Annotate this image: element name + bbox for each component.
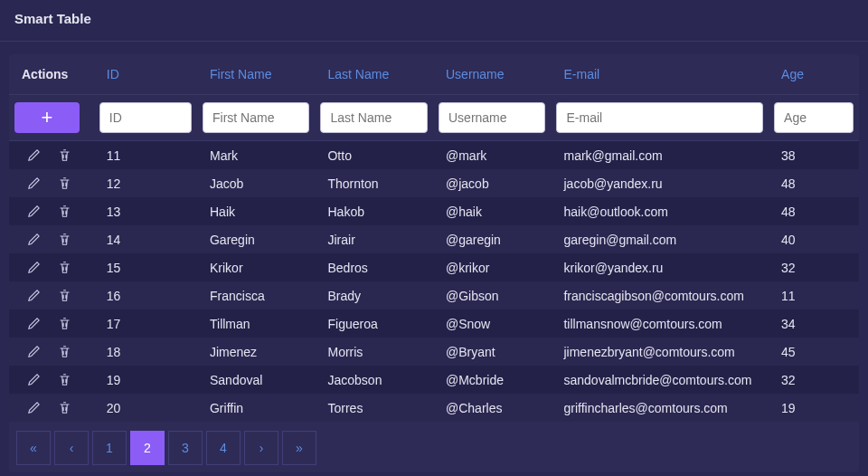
cell-id: 16 — [94, 281, 197, 309]
cell-last-name: Morris — [315, 338, 433, 366]
edit-icon[interactable] — [25, 204, 42, 220]
filter-age[interactable] — [774, 102, 854, 133]
cell-username: @Bryant — [433, 338, 552, 366]
cell-id: 20 — [94, 394, 197, 422]
edit-icon[interactable] — [25, 148, 42, 164]
cell-age: 32 — [769, 253, 859, 281]
table-row: 14GareginJirair@garegingaregin@gmail.com… — [9, 225, 859, 253]
cell-username: @garegin — [433, 225, 552, 253]
col-first-name[interactable]: First Name — [197, 54, 316, 95]
edit-icon[interactable] — [25, 288, 42, 304]
plus-icon: + — [42, 108, 53, 128]
cell-last-name: Jacobson — [315, 366, 433, 394]
col-last-name[interactable]: Last Name — [315, 54, 433, 95]
cell-last-name: Jirair — [315, 225, 433, 253]
cell-age: 45 — [769, 338, 859, 366]
cell-id: 18 — [94, 338, 197, 366]
table-row: 20GriffinTorres@Charlesgriffincharles@co… — [9, 394, 859, 422]
trash-icon[interactable] — [56, 148, 72, 164]
filter-first-name[interactable] — [203, 102, 310, 133]
cell-email: jacob@yandex.ru — [551, 169, 769, 197]
cell-age: 11 — [769, 281, 859, 309]
smart-table: Actions ID First Name Last Name Username… — [9, 54, 859, 422]
page-1[interactable]: 1 — [92, 431, 127, 465]
cell-email: sandovalmcbride@comtours.com — [551, 366, 769, 394]
cell-email: garegin@gmail.com — [551, 225, 769, 253]
cell-username: @jacob — [433, 169, 552, 197]
cell-email: krikor@yandex.ru — [551, 253, 769, 281]
edit-icon[interactable] — [25, 260, 42, 276]
page-2[interactable]: 2 — [130, 431, 165, 465]
edit-icon[interactable] — [25, 176, 42, 192]
trash-icon[interactable] — [56, 344, 72, 360]
pagination: « ‹ 1234 › » — [9, 422, 859, 472]
trash-icon[interactable] — [56, 204, 72, 220]
cell-id: 11 — [94, 141, 197, 169]
table-row: 18JimenezMorris@Bryantjimenezbryant@comt… — [9, 338, 859, 366]
cell-id: 13 — [94, 197, 197, 225]
cell-id: 14 — [94, 225, 197, 253]
edit-icon[interactable] — [25, 316, 42, 332]
col-age[interactable]: Age — [769, 54, 859, 95]
trash-icon[interactable] — [56, 232, 72, 248]
cell-id: 19 — [94, 366, 197, 394]
page-last[interactable]: » — [282, 431, 316, 465]
filter-id[interactable] — [99, 102, 192, 133]
cell-last-name: Figueroa — [315, 309, 433, 338]
trash-icon[interactable] — [56, 316, 72, 332]
cell-username: @Gibson — [433, 281, 552, 309]
cell-first-name: Mark — [197, 141, 316, 169]
page-4[interactable]: 4 — [206, 431, 241, 465]
trash-icon[interactable] — [56, 372, 72, 388]
cell-first-name: Jacob — [197, 169, 316, 197]
table-row: 17TillmanFigueroa@Snowtillmansnow@comtou… — [9, 309, 859, 338]
cell-last-name: Otto — [315, 141, 433, 169]
cell-email: haik@outlook.com — [551, 197, 769, 225]
trash-icon[interactable] — [56, 176, 72, 192]
cell-username: @krikor — [433, 253, 552, 281]
cell-id: 12 — [94, 169, 197, 197]
cell-first-name: Jimenez — [197, 338, 316, 366]
trash-icon[interactable] — [56, 400, 72, 416]
cell-username: @mark — [433, 141, 552, 169]
add-button[interactable]: + — [14, 102, 80, 133]
edit-icon[interactable] — [25, 400, 42, 416]
cell-age: 34 — [769, 309, 859, 338]
col-username[interactable]: Username — [433, 54, 552, 95]
trash-icon[interactable] — [56, 260, 72, 276]
cell-age: 19 — [769, 394, 859, 422]
cell-age: 48 — [769, 169, 859, 197]
cell-first-name: Tillman — [197, 309, 316, 338]
page-title: Smart Table — [0, 0, 868, 42]
cell-first-name: Krikor — [197, 253, 316, 281]
filter-email[interactable] — [556, 102, 763, 133]
cell-age: 48 — [769, 197, 859, 225]
cell-email: mark@gmail.com — [551, 141, 769, 169]
cell-first-name: Haik — [197, 197, 316, 225]
page-next[interactable]: › — [244, 431, 278, 465]
page-3[interactable]: 3 — [168, 431, 203, 465]
cell-username: @Mcbride — [433, 366, 552, 394]
table-row: 15KrikorBedros@krikorkrikor@yandex.ru32 — [9, 253, 859, 281]
cell-id: 15 — [94, 253, 197, 281]
cell-first-name: Garegin — [197, 225, 316, 253]
cell-last-name: Brady — [315, 281, 433, 309]
table-row: 11MarkOtto@markmark@gmail.com38 — [9, 141, 859, 169]
cell-username: @haik — [433, 197, 552, 225]
page-first[interactable]: « — [16, 431, 51, 465]
page-prev[interactable]: ‹ — [54, 431, 89, 465]
filter-last-name[interactable] — [320, 102, 428, 133]
trash-icon[interactable] — [56, 288, 72, 304]
edit-icon[interactable] — [25, 344, 42, 360]
table-row: 16FranciscaBrady@Gibsonfranciscagibson@c… — [9, 281, 859, 309]
cell-age: 32 — [769, 366, 859, 394]
filter-username[interactable] — [439, 102, 546, 133]
table-row: 13HaikHakob@haikhaik@outlook.com48 — [9, 197, 859, 225]
cell-first-name: Francisca — [197, 281, 316, 309]
col-id[interactable]: ID — [94, 54, 197, 95]
edit-icon[interactable] — [25, 372, 42, 388]
col-email[interactable]: E-mail — [551, 54, 769, 95]
edit-icon[interactable] — [25, 232, 42, 248]
cell-email: tillmansnow@comtours.com — [551, 309, 769, 338]
table-row: 12JacobThornton@jacobjacob@yandex.ru48 — [9, 169, 859, 197]
